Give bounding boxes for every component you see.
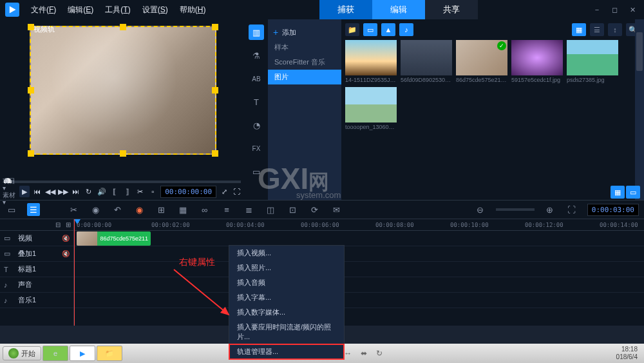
resize-handle[interactable]	[212, 150, 218, 157]
media-thumb[interactable]: ✓86d75cde575e211d5...	[456, 40, 507, 83]
resize-handle[interactable]	[212, 87, 218, 93]
tool-icon[interactable]: ◉	[133, 203, 146, 216]
minimize-button[interactable]: −	[591, 4, 603, 15]
text-tab-icon[interactable]: T	[249, 94, 264, 110]
tab-share[interactable]: 共享	[425, 0, 478, 19]
task-item[interactable]: ▶	[70, 346, 95, 361]
maximize-button[interactable]: ◻	[609, 4, 621, 15]
menu-settings[interactable]: 设置(S)	[142, 5, 168, 15]
prev-frame-button[interactable]: ⏮	[32, 186, 43, 197]
playhead-line[interactable]	[74, 219, 75, 326]
track-header-title[interactable]: T标题1	[0, 262, 73, 277]
tool-icon[interactable]: ↶	[111, 203, 124, 216]
track-header-voice[interactable]: ♪声音	[0, 277, 73, 293]
next-frame-button[interactable]: ⏭	[71, 186, 81, 197]
ctx-insert-video[interactable]: 插入视频...	[229, 246, 344, 260]
timecode-display[interactable]: 00:00:00:00	[160, 186, 216, 198]
expand-icon[interactable]: ⊞	[66, 221, 71, 228]
filter-audio-icon[interactable]: ♪	[399, 23, 413, 36]
resize-handle[interactable]	[212, 24, 218, 30]
task-item[interactable]: e	[43, 346, 68, 361]
resize-handle[interactable]	[120, 150, 126, 157]
preview-viewport[interactable]	[30, 26, 216, 155]
forward-button[interactable]: ▶▶	[58, 186, 68, 197]
zoom-in-icon[interactable]: ⊕	[544, 203, 556, 216]
filter-photo-icon[interactable]: ▲	[381, 23, 395, 36]
title-tab-icon[interactable]: AB	[249, 71, 264, 86]
track-row[interactable]	[74, 293, 644, 308]
tool-icon[interactable]: ⊡	[286, 203, 299, 216]
mute-icon[interactable]: 🔇	[62, 250, 70, 257]
category-item[interactable]: ScoreFitter 音乐	[268, 55, 341, 70]
volume-button[interactable]: 🔊	[97, 186, 107, 197]
sort-icon[interactable]: ↕	[608, 23, 622, 36]
filter-tab-icon[interactable]: FX	[249, 141, 264, 156]
source-selector[interactable]: 项目▾素材▾	[3, 177, 17, 206]
fit-width-icon[interactable]: ↔	[344, 349, 352, 358]
tool-icon[interactable]: ✉	[330, 203, 343, 216]
close-button[interactable]: ✕	[627, 4, 639, 15]
media-thumb[interactable]: psds27385.jpg	[567, 40, 618, 83]
track-row[interactable]	[74, 277, 644, 293]
tool-icon[interactable]: ⟳	[308, 203, 321, 216]
track-row[interactable]: 86d75cde575e211	[74, 231, 644, 246]
media-thumb[interactable]: 59157e5cedc1f.jpg	[511, 40, 563, 83]
timeline-clip[interactable]: 86d75cde575e211	[77, 231, 151, 246]
start-button[interactable]: 开始	[3, 346, 41, 360]
tool-icon[interactable]: ∞	[198, 203, 211, 216]
timeline-timecode[interactable]: 0:00:03:00	[587, 204, 639, 216]
menu-tools[interactable]: 工具(T)	[105, 5, 130, 15]
ctx-insert-subtitle[interactable]: 插入字幕...	[229, 290, 344, 305]
tool-icon[interactable]: ≣	[242, 203, 255, 216]
tool-icon[interactable]: ◫	[264, 203, 277, 216]
rewind-button[interactable]: ◀◀	[45, 186, 55, 197]
zoom-out-icon[interactable]: ⊖	[474, 203, 487, 216]
tool-icon[interactable]: ≡	[220, 203, 233, 216]
ctx-insert-photo[interactable]: 插入照片...	[229, 260, 344, 275]
rotate-icon[interactable]: ↻	[376, 349, 383, 358]
track-header-music[interactable]: ♪音乐1	[0, 293, 73, 308]
loop-button[interactable]: ↻	[84, 186, 94, 197]
mark-out-button[interactable]: ⟧	[122, 186, 133, 197]
mark-in-button[interactable]: ⟦	[109, 186, 120, 197]
split-button[interactable]: ✂	[135, 186, 145, 197]
resize-handle[interactable]	[120, 24, 126, 30]
zoom-fit-icon[interactable]: ⛶	[565, 203, 578, 216]
corner-btn-2[interactable]: ▭	[626, 186, 640, 199]
timeline-view-icon[interactable]: ☰	[27, 203, 40, 216]
menu-help[interactable]: 帮助(H)	[180, 5, 206, 15]
ctx-insert-timelapse[interactable]: 插入要应用时间流逝/频闪的照片...	[229, 320, 344, 344]
tool-icon[interactable]: ✂	[67, 203, 80, 216]
collapse-icon[interactable]: ⊟	[55, 221, 61, 228]
ctx-track-manager[interactable]: 轨道管理器...	[229, 344, 344, 359]
filter-video-icon[interactable]: ▭	[363, 23, 377, 36]
resize-handle[interactable]	[28, 87, 34, 93]
play-button[interactable]: ▶	[19, 186, 30, 197]
media-scrollbar[interactable]	[635, 19, 644, 200]
graphic-tab-icon[interactable]: ◔	[249, 117, 264, 133]
category-item[interactable]: 图片	[268, 70, 341, 84]
time-ruler[interactable]: 0:00:00:00 00:00:02:00 00:00:04:00 00:00…	[74, 219, 644, 231]
media-thumb[interactable]: 56fd09D89025306996...	[401, 40, 452, 83]
media-thumb[interactable]: 14-1511DZ9535JK.jpg	[345, 40, 397, 83]
corner-btn-1[interactable]: ▦	[611, 186, 625, 199]
track-header-overlay[interactable]: ▭叠加1🔇	[0, 246, 73, 262]
tool-icon[interactable]: ⊞	[155, 203, 167, 216]
transition-tab-icon[interactable]: ⚗	[249, 48, 264, 63]
fullscreen-button[interactable]: ⛶	[232, 186, 242, 197]
tool-icon[interactable]: ◉	[89, 203, 102, 216]
tool-icon[interactable]: ▦	[176, 203, 189, 216]
track-row[interactable]	[74, 246, 644, 262]
resize-handle[interactable]	[28, 150, 34, 157]
media-tab-icon[interactable]: ▥	[249, 25, 264, 40]
ctx-insert-digital[interactable]: 插入数字媒体...	[229, 305, 344, 320]
task-item[interactable]: 📁	[97, 346, 122, 361]
import-folder-icon[interactable]: 📁	[345, 23, 359, 36]
track-row[interactable]	[74, 262, 644, 277]
zoom-slider[interactable]	[496, 208, 535, 211]
view-list-icon[interactable]: ☰	[590, 23, 604, 36]
ctx-insert-audio[interactable]: 插入音频	[229, 275, 344, 290]
media-thumb[interactable]: toooopen_13060231.jpg	[345, 87, 397, 130]
add-category[interactable]: +添加	[268, 25, 341, 40]
fit-button[interactable]: ⤢	[219, 186, 229, 197]
